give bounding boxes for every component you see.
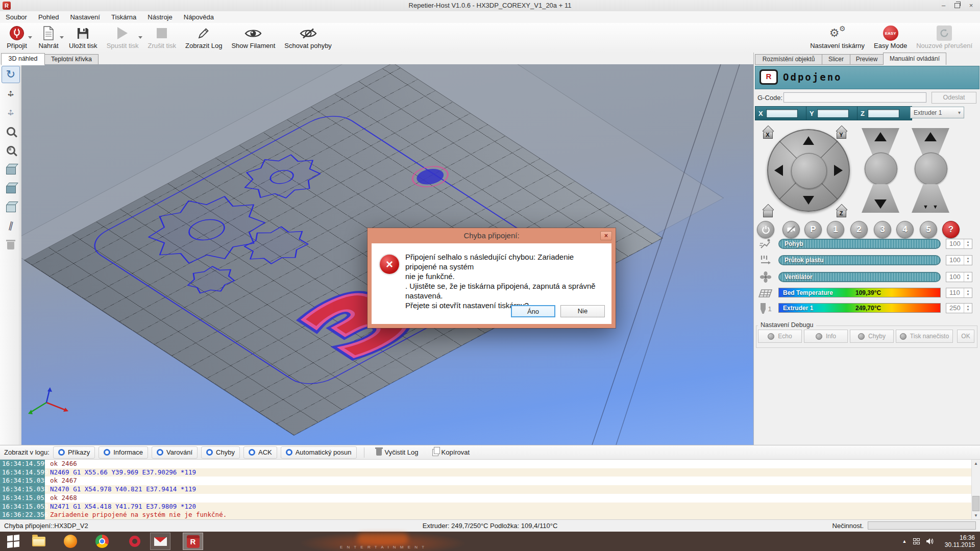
speed-slider[interactable]: Pohyb [778,239,941,249]
connect-dropdown-icon[interactable] [28,36,32,39]
tab-teplotni-krivka[interactable]: Teplotní křivka [44,54,99,65]
bed-temperature-bar[interactable]: Bed Temperature 109,39°C [778,288,941,297]
move-object-button[interactable]: ↔↕ [2,85,20,102]
scroll-up-icon[interactable]: ▲ [972,460,980,467]
spinner-arrows-icon[interactable]: ▲▼ [964,272,972,282]
extruder-select[interactable]: Extruder 1▾ [910,107,964,118]
connect-button[interactable]: Připojit [1,23,33,53]
preset-4-button[interactable]: 4 [896,221,914,238]
preset-1-button[interactable]: 1 [827,221,844,238]
filter-autoscroll[interactable]: Automatický posun [281,446,357,459]
view-iso-button[interactable] [2,179,20,196]
bed-target-spinner[interactable]: 110▲▼ [946,288,972,298]
zoom-fit-button[interactable] [2,141,20,159]
copy-log-button[interactable]: Kopírovat [427,446,475,459]
speed-spinner[interactable]: 100▲▼ [946,239,972,249]
taskbar-repetier[interactable]: R [183,533,203,550]
extruder-target-spinner[interactable]: 250▲▼ [946,303,972,313]
easy-mode-button[interactable]: EASY Easy Mode [869,23,912,53]
taskbar-opera[interactable] [125,533,145,550]
close-button[interactable]: × [964,1,978,10]
start-button[interactable] [3,533,23,550]
log-panel[interactable]: 16:34:14.599ok 2466 16:34:14.599N2469 G1… [0,460,980,519]
rotate-view-button[interactable]: ↻ [2,66,20,83]
tray-windows-icon[interactable] [913,538,920,544]
spinner-arrows-icon[interactable]: ▲▼ [964,256,972,265]
preset-3-button[interactable]: 3 [874,221,891,238]
menu-pohled[interactable]: Pohled [33,11,64,23]
taskbar-clock[interactable]: 16:36 30.11.2015 [940,534,979,548]
help-button[interactable]: ? [942,221,960,238]
load-button[interactable]: Nahrát [33,23,64,53]
extruder-jog-control[interactable]: ▼▼ [909,128,952,213]
menu-soubor[interactable]: Soubor [0,11,33,23]
jog-x-minus-icon[interactable] [774,165,783,176]
menu-nastaveni[interactable]: Nastavení [64,11,106,23]
view-front-button[interactable] [2,160,20,178]
printer-settings-button[interactable]: ⚙⚙ Nastavení tiskárny [805,23,869,53]
extruder-temperature-bar[interactable]: Extruder 1 249,70°C [778,303,941,313]
menu-napoveda[interactable]: Nápověda [178,11,219,23]
hide-travel-button[interactable]: Schovat pohyby [280,23,336,53]
menu-nastroje[interactable]: Nástroje [142,11,178,23]
taskbar-explorer[interactable] [29,533,49,550]
xy-jog-pad[interactable] [767,129,850,212]
taskbar-chrome[interactable] [92,533,112,550]
home-all-button[interactable] [760,205,775,219]
fan-spinner[interactable]: 100▲▼ [946,272,972,282]
spinner-arrows-icon[interactable]: ▲▼ [964,288,972,297]
show-log-button[interactable]: Zobrazit Log [181,23,227,53]
z-down-button[interactable] [859,184,902,213]
clear-log-button[interactable]: Vyčistit Log [371,446,424,459]
tab-manualni-ovladani[interactable]: Manuální ovládání [883,53,946,65]
log-scrollbar[interactable]: ▲ ▼ [971,460,980,519]
spinner-arrows-icon[interactable]: ▲▼ [964,304,972,313]
jog-x-plus-icon[interactable] [834,165,843,176]
spinner-arrows-icon[interactable]: ▲▼ [964,239,972,248]
extrude-button[interactable]: ▼▼ [909,184,952,213]
filter-varovani[interactable]: Varování [152,446,198,459]
home-x-button[interactable]: X [760,126,775,140]
save-print-button[interactable]: Uložit tisk [64,23,102,53]
webcam-off-button[interactable] [782,221,800,238]
scroll-down-icon[interactable]: ▼ [972,512,980,519]
home-y-button[interactable]: Y [834,126,849,140]
move-viewport-button[interactable]: ↔↕ [2,104,20,121]
no-button[interactable]: Nie [560,305,605,317]
tray-expand-icon[interactable]: ▲ [902,539,907,544]
restore-button[interactable] [950,1,964,10]
tab-rozmisteni-objektu[interactable]: Rozmístění objektů [755,54,822,65]
park-button[interactable]: P [804,221,822,238]
zoom-button[interactable] [2,122,20,140]
taskbar-firefox[interactable] [60,533,81,550]
preset-2-button[interactable]: 2 [850,221,868,238]
volume-icon[interactable] [926,538,934,545]
flow-spinner[interactable]: 100▲▼ [946,255,972,265]
filter-chyby[interactable]: Chyby [201,446,240,459]
z-jog-control[interactable] [859,128,902,213]
view-top-button[interactable] [2,198,20,215]
preset-5-button[interactable]: 5 [920,221,937,238]
jog-pad-center[interactable] [791,153,827,189]
fan-slider[interactable]: Ventilátor [778,272,941,282]
jog-y-plus-icon[interactable] [803,136,814,145]
minimize-button[interactable]: – [937,1,950,10]
flow-slider[interactable]: Průtok plastu [778,255,941,265]
tab-3d-nahled[interactable]: 3D náhled [1,53,45,65]
tab-preview[interactable]: Preview [850,54,884,65]
filter-ack[interactable]: ACK [243,446,277,459]
tab-slicer[interactable]: Slicer [822,54,850,65]
load-dropdown-icon[interactable] [60,36,64,39]
filter-informace[interactable]: Informace [99,446,148,459]
jog-y-minus-icon[interactable] [803,196,814,205]
show-filament-button[interactable]: Show Filament [227,23,280,53]
gcode-input[interactable] [783,92,926,103]
parallel-projection-button[interactable]: ∥ [2,217,20,234]
extruder-jog-center[interactable] [915,153,947,185]
taskbar-mail[interactable] [150,533,170,550]
yes-button[interactable]: Áno [511,305,555,317]
z-jog-center[interactable] [865,153,897,185]
scrollbar-thumb[interactable] [972,496,979,511]
home-z-button[interactable]: Z [834,205,849,219]
dialog-close-button[interactable]: × [600,231,612,240]
